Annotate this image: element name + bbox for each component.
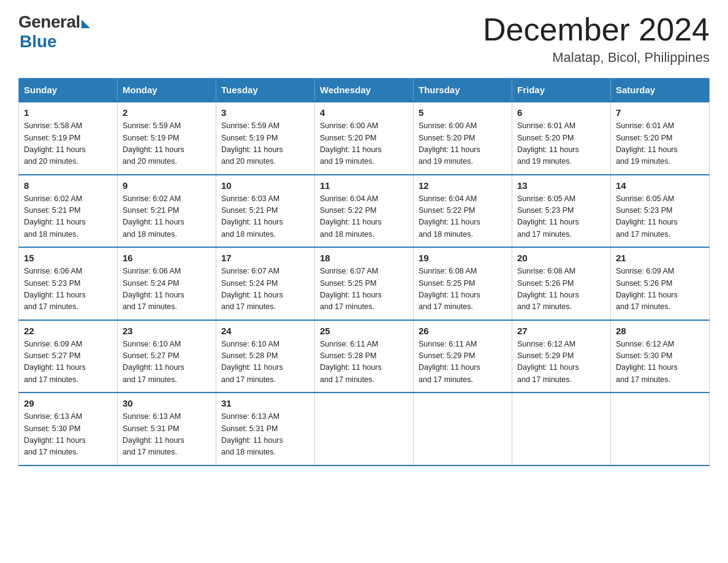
day-number: 7: [616, 107, 704, 118]
day-info: Sunrise: 6:07 AMSunset: 5:25 PMDaylight:…: [320, 266, 408, 313]
day-info: Sunrise: 6:05 AMSunset: 5:23 PMDaylight:…: [616, 193, 704, 241]
calendar-cell: 2Sunrise: 5:59 AMSunset: 5:19 PMDaylight…: [118, 102, 216, 175]
day-info: Sunrise: 6:06 AMSunset: 5:23 PMDaylight:…: [24, 266, 112, 313]
day-info: Sunrise: 6:01 AMSunset: 5:20 PMDaylight:…: [616, 120, 704, 168]
day-number: 19: [419, 253, 507, 263]
day-info: Sunrise: 6:09 AMSunset: 5:27 PMDaylight:…: [24, 339, 112, 386]
day-header-thursday: Thursday: [414, 79, 512, 102]
page-header: General Blue December 2024 Malatap, Bico…: [18, 12, 710, 66]
calendar-header-row: SundayMondayTuesdayWednesdayThursdayFrid…: [19, 79, 710, 102]
day-number: 12: [419, 180, 507, 191]
calendar-cell: 24Sunrise: 6:10 AMSunset: 5:28 PMDayligh…: [216, 320, 315, 393]
day-info: Sunrise: 6:02 AMSunset: 5:21 PMDaylight:…: [123, 193, 211, 241]
calendar-cell: 18Sunrise: 6:07 AMSunset: 5:25 PMDayligh…: [315, 247, 414, 320]
calendar-cell: 15Sunrise: 6:06 AMSunset: 5:23 PMDayligh…: [19, 247, 118, 320]
day-number: 25: [320, 326, 408, 336]
calendar-cell: [512, 393, 611, 465]
calendar-cell: 5Sunrise: 6:00 AMSunset: 5:20 PMDaylight…: [414, 102, 512, 175]
day-number: 20: [517, 253, 605, 263]
day-number: 10: [221, 180, 309, 191]
day-info: Sunrise: 6:13 AMSunset: 5:31 PMDaylight:…: [123, 411, 211, 459]
day-info: Sunrise: 6:12 AMSunset: 5:29 PMDaylight:…: [517, 339, 605, 386]
calendar-cell: 23Sunrise: 6:10 AMSunset: 5:27 PMDayligh…: [118, 320, 216, 393]
day-info: Sunrise: 6:06 AMSunset: 5:24 PMDaylight:…: [123, 266, 211, 313]
calendar-cell: 27Sunrise: 6:12 AMSunset: 5:29 PMDayligh…: [512, 320, 611, 393]
day-info: Sunrise: 6:05 AMSunset: 5:23 PMDaylight:…: [517, 193, 605, 241]
day-header-wednesday: Wednesday: [315, 79, 414, 102]
day-info: Sunrise: 5:58 AMSunset: 5:19 PMDaylight:…: [24, 120, 112, 168]
day-number: 16: [123, 253, 211, 263]
day-info: Sunrise: 6:03 AMSunset: 5:21 PMDaylight:…: [221, 193, 309, 241]
calendar-cell: 9Sunrise: 6:02 AMSunset: 5:21 PMDaylight…: [118, 175, 216, 248]
day-info: Sunrise: 6:07 AMSunset: 5:24 PMDaylight:…: [221, 266, 309, 313]
calendar-subtitle: Malatap, Bicol, Philippines: [483, 50, 710, 66]
calendar-cell: 19Sunrise: 6:08 AMSunset: 5:25 PMDayligh…: [414, 247, 512, 320]
day-info: Sunrise: 6:00 AMSunset: 5:20 PMDaylight:…: [419, 120, 507, 168]
calendar-cell: 16Sunrise: 6:06 AMSunset: 5:24 PMDayligh…: [118, 247, 216, 320]
calendar-cell: 21Sunrise: 6:09 AMSunset: 5:26 PMDayligh…: [611, 247, 710, 320]
day-info: Sunrise: 6:11 AMSunset: 5:29 PMDaylight:…: [419, 339, 507, 386]
day-info: Sunrise: 6:00 AMSunset: 5:20 PMDaylight:…: [320, 120, 408, 168]
day-number: 31: [221, 398, 309, 408]
day-info: Sunrise: 6:11 AMSunset: 5:28 PMDaylight:…: [320, 339, 408, 386]
day-info: Sunrise: 6:13 AMSunset: 5:30 PMDaylight:…: [24, 411, 112, 459]
day-number: 21: [616, 253, 704, 263]
calendar-cell: [315, 393, 414, 465]
calendar-cell: 11Sunrise: 6:04 AMSunset: 5:22 PMDayligh…: [315, 175, 414, 248]
day-info: Sunrise: 6:08 AMSunset: 5:26 PMDaylight:…: [517, 266, 605, 313]
calendar-cell: 8Sunrise: 6:02 AMSunset: 5:21 PMDaylight…: [19, 175, 118, 248]
day-number: 6: [517, 107, 605, 118]
calendar-week-2: 8Sunrise: 6:02 AMSunset: 5:21 PMDaylight…: [19, 175, 710, 248]
day-info: Sunrise: 6:09 AMSunset: 5:26 PMDaylight:…: [616, 266, 704, 313]
day-info: Sunrise: 6:04 AMSunset: 5:22 PMDaylight:…: [320, 193, 408, 241]
day-number: 4: [320, 107, 408, 118]
calendar-week-1: 1Sunrise: 5:58 AMSunset: 5:19 PMDaylight…: [19, 102, 710, 175]
day-number: 9: [123, 180, 211, 191]
calendar-cell: 26Sunrise: 6:11 AMSunset: 5:29 PMDayligh…: [414, 320, 512, 393]
calendar-cell: 12Sunrise: 6:04 AMSunset: 5:22 PMDayligh…: [414, 175, 512, 248]
day-info: Sunrise: 5:59 AMSunset: 5:19 PMDaylight:…: [221, 120, 309, 168]
calendar-cell: 7Sunrise: 6:01 AMSunset: 5:20 PMDaylight…: [611, 102, 710, 175]
day-number: 5: [419, 107, 507, 118]
calendar-cell: 17Sunrise: 6:07 AMSunset: 5:24 PMDayligh…: [216, 247, 315, 320]
day-number: 18: [320, 253, 408, 263]
day-number: 23: [123, 326, 211, 336]
calendar-cell: 6Sunrise: 6:01 AMSunset: 5:20 PMDaylight…: [512, 102, 611, 175]
day-info: Sunrise: 6:10 AMSunset: 5:27 PMDaylight:…: [123, 339, 211, 386]
calendar-cell: 14Sunrise: 6:05 AMSunset: 5:23 PMDayligh…: [611, 175, 710, 248]
calendar-cell: 28Sunrise: 6:12 AMSunset: 5:30 PMDayligh…: [611, 320, 710, 393]
calendar-cell: 25Sunrise: 6:11 AMSunset: 5:28 PMDayligh…: [315, 320, 414, 393]
day-number: 15: [24, 253, 112, 263]
day-info: Sunrise: 6:10 AMSunset: 5:28 PMDaylight:…: [221, 339, 309, 386]
day-number: 29: [24, 398, 112, 408]
day-number: 8: [24, 180, 112, 191]
day-number: 27: [517, 326, 605, 336]
day-number: 22: [24, 326, 112, 336]
day-info: Sunrise: 5:59 AMSunset: 5:19 PMDaylight:…: [123, 120, 211, 168]
calendar-cell: [611, 393, 710, 465]
calendar-cell: 31Sunrise: 6:13 AMSunset: 5:31 PMDayligh…: [216, 393, 315, 465]
calendar-cell: 29Sunrise: 6:13 AMSunset: 5:30 PMDayligh…: [19, 393, 118, 465]
day-header-saturday: Saturday: [611, 79, 710, 102]
day-number: 13: [517, 180, 605, 191]
day-header-friday: Friday: [512, 79, 611, 102]
calendar-cell: 20Sunrise: 6:08 AMSunset: 5:26 PMDayligh…: [512, 247, 611, 320]
calendar-cell: 3Sunrise: 5:59 AMSunset: 5:19 PMDaylight…: [216, 102, 315, 175]
calendar-week-3: 15Sunrise: 6:06 AMSunset: 5:23 PMDayligh…: [19, 247, 710, 320]
day-number: 11: [320, 180, 408, 191]
day-info: Sunrise: 6:01 AMSunset: 5:20 PMDaylight:…: [517, 120, 605, 168]
day-number: 3: [221, 107, 309, 118]
logo-blue-text: Blue: [20, 32, 57, 52]
title-block: December 2024 Malatap, Bicol, Philippine…: [483, 12, 710, 66]
day-info: Sunrise: 6:12 AMSunset: 5:30 PMDaylight:…: [616, 339, 704, 386]
day-number: 17: [221, 253, 309, 263]
day-info: Sunrise: 6:04 AMSunset: 5:22 PMDaylight:…: [419, 193, 507, 241]
day-header-sunday: Sunday: [19, 79, 118, 102]
calendar-cell: 4Sunrise: 6:00 AMSunset: 5:20 PMDaylight…: [315, 102, 414, 175]
day-number: 28: [616, 326, 704, 336]
day-info: Sunrise: 6:08 AMSunset: 5:25 PMDaylight:…: [419, 266, 507, 313]
day-info: Sunrise: 6:02 AMSunset: 5:21 PMDaylight:…: [24, 193, 112, 241]
calendar-table: SundayMondayTuesdayWednesdayThursdayFrid…: [18, 78, 710, 466]
day-header-tuesday: Tuesday: [216, 79, 315, 102]
calendar-cell: 30Sunrise: 6:13 AMSunset: 5:31 PMDayligh…: [118, 393, 216, 465]
